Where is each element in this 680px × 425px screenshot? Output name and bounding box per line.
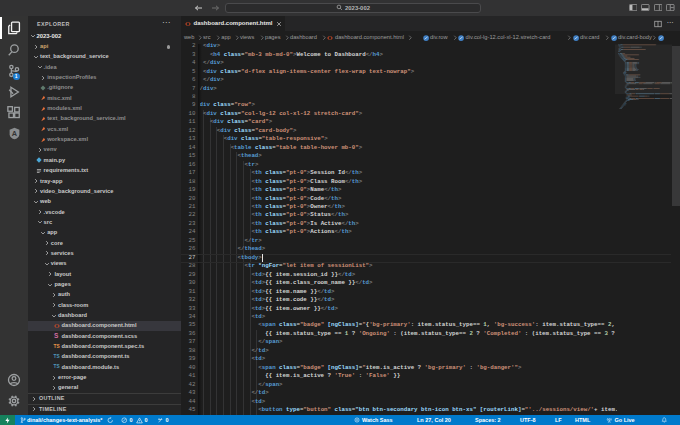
- svg-text:A: A: [11, 129, 17, 138]
